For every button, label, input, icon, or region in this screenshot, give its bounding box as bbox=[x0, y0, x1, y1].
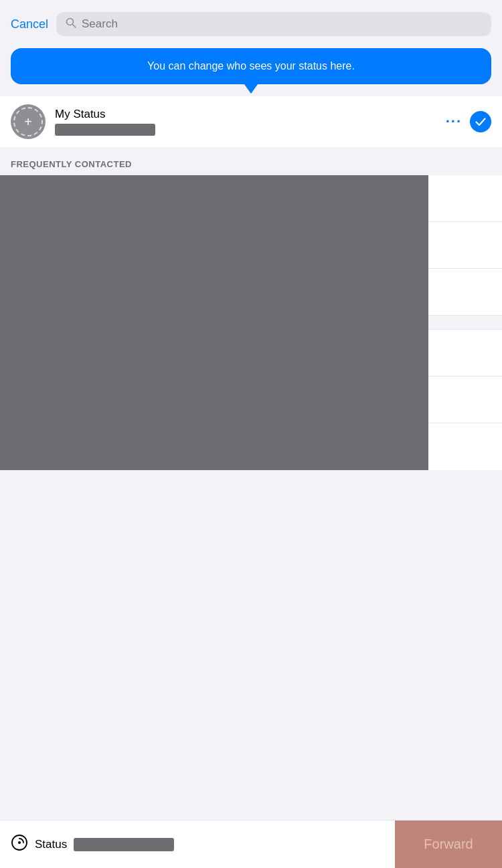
checkmark-button[interactable] bbox=[470, 111, 491, 132]
status-name-bar bbox=[74, 838, 174, 851]
my-status-bar bbox=[55, 124, 155, 136]
my-status-avatar: + bbox=[11, 104, 46, 139]
status-bottom-icon bbox=[11, 834, 28, 855]
contact-list bbox=[0, 175, 502, 470]
status-actions: ··· bbox=[446, 111, 491, 132]
my-status-title: My Status bbox=[55, 108, 436, 121]
top-bar: Cancel bbox=[0, 0, 502, 48]
bottom-bar: Status Forward bbox=[0, 820, 502, 868]
my-status-text-area: My Status bbox=[55, 108, 436, 136]
section-label: FREQUENTLY CONTACTED bbox=[11, 159, 132, 169]
status-bottom-label: Status bbox=[35, 838, 67, 851]
tooltip-bubble: You can change who sees your status here… bbox=[11, 48, 491, 84]
my-status-row: + My Status ··· bbox=[0, 96, 502, 147]
gray-overlay bbox=[0, 175, 428, 470]
more-options-button[interactable]: ··· bbox=[446, 113, 462, 130]
svg-line-1 bbox=[73, 25, 76, 28]
cancel-button[interactable]: Cancel bbox=[11, 17, 48, 31]
bottom-left: Status bbox=[0, 834, 395, 855]
svg-point-3 bbox=[18, 841, 21, 844]
add-status-icon: + bbox=[24, 115, 32, 128]
search-icon bbox=[66, 17, 76, 31]
tooltip-text: You can change who sees your status here… bbox=[147, 60, 355, 72]
search-bar[interactable] bbox=[56, 12, 491, 36]
frequently-contacted-section: FREQUENTLY CONTACTED bbox=[0, 147, 502, 175]
forward-button[interactable]: Forward bbox=[395, 821, 502, 869]
search-input[interactable] bbox=[82, 17, 482, 31]
